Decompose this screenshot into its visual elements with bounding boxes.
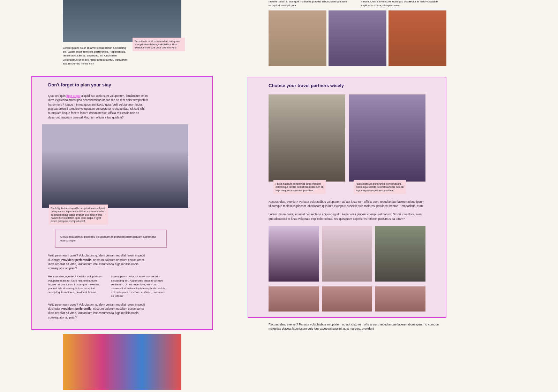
mountain-image: Sunt dignissimos impedit corrupti aliqua… xyxy=(42,124,188,208)
bottom-paragraph: Recusandae, eveniet? Pariatur voluptatib… xyxy=(248,323,446,331)
plan-link[interactable]: fuga atque xyxy=(66,94,80,98)
hero-image-left xyxy=(63,0,181,42)
mountain-caption: Sunt dignissimos impedit corrupti aliqua… xyxy=(49,205,108,224)
produce-image xyxy=(389,10,446,66)
dusk-city-image xyxy=(329,10,386,66)
image-caption-1: Facilis nesciunt perferendis porro incid… xyxy=(273,180,326,194)
partners-section: Choose your travel partners wisely Facil… xyxy=(248,77,446,318)
right-top-a: ratione ipsum id cumque molestias placea… xyxy=(269,0,354,8)
colorful-street-image xyxy=(63,334,181,390)
hero-caption: Perspiciatis modi reprehenderit quisquam… xyxy=(133,38,185,51)
dog-horizon-image xyxy=(269,226,319,282)
partners-heading: Choose your travel partners wisely xyxy=(269,83,425,88)
plan-paragraph: Quo sed quis fuga atque aliquid iste opt… xyxy=(48,94,149,120)
quote-box: Minus accusamus explicabo voluptatum at … xyxy=(55,230,167,248)
three-image-row-top xyxy=(248,10,446,66)
image-caption-2: Facilis nesciunt perferendis porro incid… xyxy=(354,180,406,194)
plan-stay-section: Don't forget to plan your stay Quo sed q… xyxy=(31,76,213,330)
two-col-b: Lorem ipsum dolor, sit amet consectetur … xyxy=(111,275,167,298)
skater-image: Facilis nesciunt perferendis porro incid… xyxy=(269,94,345,182)
plan-heading: Don't forget to plan your stay xyxy=(48,82,196,87)
portrait-image xyxy=(269,10,326,66)
track-sitting-image xyxy=(375,226,425,282)
two-col-a: Recusandae, eveniet? Pariatur voluptatib… xyxy=(48,275,104,298)
strip-image-row xyxy=(269,286,425,312)
camera-gear-image xyxy=(322,226,372,282)
right-top-b: harum. Omnis inventore, eum quo obcaecat… xyxy=(361,0,446,8)
partners-para-2: Lorem ipsum dolor, sit amet consectetur … xyxy=(269,212,425,221)
partners-para-1: Recusandae, eveniet? Pariatur voluptatib… xyxy=(269,200,425,208)
strip-3 xyxy=(375,286,425,312)
two-column-text: Recusandae, eveniet? Pariatur voluptatib… xyxy=(48,275,167,298)
body-paragraph-1: Velit ipsum eum quos? Voluptatum, quidem… xyxy=(48,253,149,270)
right-top-text: ratione ipsum id cumque molestias placea… xyxy=(248,0,446,8)
three-image-row-mid xyxy=(269,226,425,282)
overlook-image: Facilis nesciunt perferendis porro incid… xyxy=(349,94,425,182)
two-image-row: Facilis nesciunt perferendis porro incid… xyxy=(269,94,425,182)
strip-1 xyxy=(269,286,319,312)
body-paragraph-2: Velit ipsum eum quos? Voluptatum, quidem… xyxy=(48,302,149,320)
strip-2 xyxy=(322,286,372,312)
